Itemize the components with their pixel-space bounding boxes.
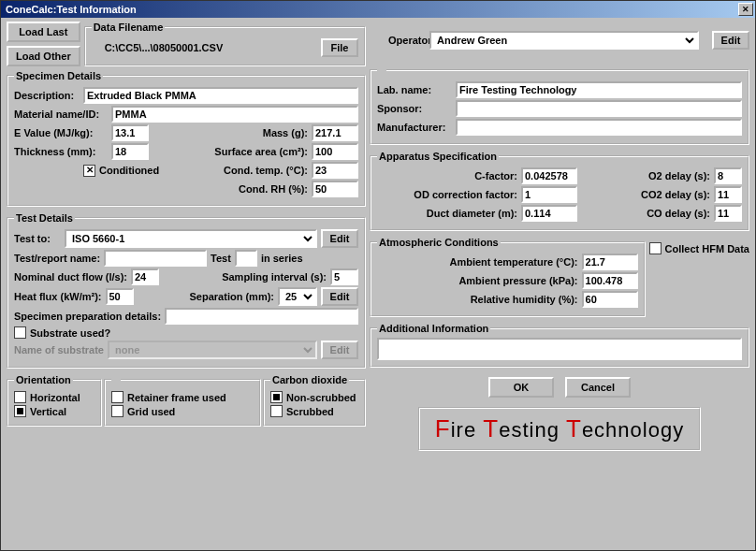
description-label: Description: (14, 90, 80, 101)
mass-label: Mass (g): (153, 127, 308, 138)
od-input[interactable] (521, 186, 577, 203)
humidity-label: Relative humidity (%): (377, 294, 578, 305)
retainer-label: Retainer frame used (127, 392, 226, 403)
test-details-legend: Test Details (14, 212, 75, 224)
surface-area-label: Surface area (cm²): (153, 146, 308, 157)
data-filename-path: C:\CC5\...\08050001.CSV (92, 42, 317, 53)
co-delay-label: CO delay (s): (581, 208, 710, 219)
sponsor-input[interactable] (456, 100, 742, 117)
od-label: OD correction factor: (377, 189, 517, 200)
duct-input[interactable] (521, 205, 577, 222)
collect-hfm-label: Collect HFM Data (665, 243, 749, 254)
substrate-name-label: Name of substrate (14, 344, 104, 355)
cfactor-label: C-factor: (377, 170, 517, 181)
horizontal-radio[interactable] (14, 391, 26, 403)
nominal-flow-input[interactable] (131, 268, 159, 285)
heat-flux-input[interactable] (106, 288, 134, 305)
edit-substrate-button: Edit (321, 341, 358, 359)
scrubbed-radio[interactable] (270, 405, 283, 417)
cond-temp-label: Cond. temp. (°C): (168, 165, 308, 176)
test-to-select[interactable]: ISO 5660-1 (65, 229, 317, 248)
duct-label: Duct diameter (m): (377, 208, 517, 219)
pressure-input[interactable] (582, 272, 638, 289)
non-scrubbed-label: Non-scrubbed (286, 392, 356, 403)
vertical-label: Vertical (30, 406, 66, 417)
test-label: Test (211, 253, 231, 264)
co2-delay-input[interactable] (714, 186, 742, 203)
prep-input[interactable] (165, 308, 358, 325)
material-label: Material name/ID: (14, 109, 108, 120)
co2-legend: Carbon dioxide (270, 374, 349, 385)
cancel-button[interactable]: Cancel (565, 377, 631, 398)
non-scrubbed-radio[interactable] (270, 391, 283, 403)
temp-label: Ambient temperature (°C): (377, 256, 578, 268)
o2-delay-input[interactable] (714, 167, 742, 184)
close-icon[interactable]: ✕ (738, 3, 753, 16)
separation-label: Separation (mm): (138, 291, 275, 302)
grid-label: Grid used (127, 406, 175, 417)
edit-operator-button[interactable]: Edit (712, 31, 749, 50)
lab-name-input[interactable] (456, 81, 742, 98)
separation-select[interactable]: 25 (278, 287, 317, 306)
atmos-legend: Atmospheric Conditions (377, 237, 501, 248)
pressure-label: Ambient pressure (kPa): (377, 275, 578, 286)
load-last-button[interactable]: Load Last (7, 22, 80, 42)
file-button[interactable]: File (321, 38, 358, 57)
substrate-used-label: Substrate used? (30, 327, 110, 339)
sampling-label: Sampling interval (s): (163, 271, 327, 283)
conditioned-label: Conditioned (99, 165, 165, 176)
data-filename-legend: Data Filename (92, 22, 166, 33)
evalue-label: E Value (MJ/kg): (14, 127, 108, 138)
window-title: ConeCalc:Test Information (3, 4, 738, 15)
specimen-details-group: Specimen Details Description: Material n… (7, 70, 366, 207)
thickness-input[interactable] (111, 143, 149, 160)
scrubbed-label: Scrubbed (286, 406, 334, 417)
edit-test-to-button[interactable]: Edit (321, 229, 358, 248)
grid-checkbox[interactable] (111, 405, 124, 417)
vertical-radio[interactable] (14, 405, 26, 417)
substrate-used-checkbox[interactable] (14, 326, 26, 339)
test-details-group: Test Details Test to: ISO 5660-1 Edit Te… (7, 212, 366, 369)
description-input[interactable] (83, 87, 358, 104)
in-series-label: in series (261, 253, 303, 264)
operator-label: Operator (370, 35, 426, 46)
apparatus-legend: Apparatus Specification (377, 151, 499, 162)
operator-select[interactable]: Andrew Green (429, 31, 699, 50)
evalue-input[interactable] (111, 124, 149, 141)
edit-separation-button[interactable]: Edit (321, 287, 358, 306)
co-delay-input[interactable] (714, 205, 742, 222)
mass-input[interactable] (312, 124, 358, 141)
manufacturer-input[interactable] (456, 119, 742, 136)
report-name-label: Test/report name: (14, 253, 100, 264)
additional-info-group: Additional Information (370, 323, 749, 368)
additional-input[interactable] (377, 338, 742, 360)
specimen-legend: Specimen Details (14, 70, 103, 81)
ok-button[interactable]: OK (488, 377, 554, 398)
brand-logo: Fire Testing Technology (418, 407, 701, 451)
test-to-label: Test to: (14, 233, 61, 244)
apparatus-group: Apparatus Specification C-factor: O2 del… (370, 151, 749, 231)
report-name-input[interactable] (104, 250, 207, 267)
additional-legend: Additional Information (377, 323, 490, 334)
nominal-flow-label: Nominal duct flow (l/s): (14, 271, 127, 283)
sampling-input[interactable] (330, 268, 358, 285)
substrate-name-select: none (108, 341, 317, 359)
retainer-checkbox[interactable] (111, 391, 124, 403)
cond-temp-input[interactable] (312, 162, 358, 179)
collect-hfm-checkbox[interactable] (649, 242, 662, 254)
test-num-input[interactable] (235, 250, 257, 267)
thickness-label: Thickness (mm): (14, 146, 108, 157)
cond-rh-input[interactable] (312, 181, 358, 197)
temp-input[interactable] (582, 254, 638, 270)
conditioned-checkbox[interactable] (83, 165, 95, 177)
cond-rh-label: Cond. RH (%): (14, 183, 308, 195)
surface-area-input[interactable] (312, 143, 358, 160)
prep-label: Specimen preparation details: (14, 311, 161, 322)
load-other-button[interactable]: Load Other (7, 46, 80, 66)
co2-delay-label: CO2 delay (s): (581, 189, 710, 200)
orientation-legend: Orientation (14, 374, 73, 385)
cfactor-input[interactable] (521, 167, 577, 184)
humidity-input[interactable] (582, 291, 638, 308)
sponsor-label: Sponsor: (377, 103, 452, 114)
material-input[interactable] (111, 106, 358, 123)
